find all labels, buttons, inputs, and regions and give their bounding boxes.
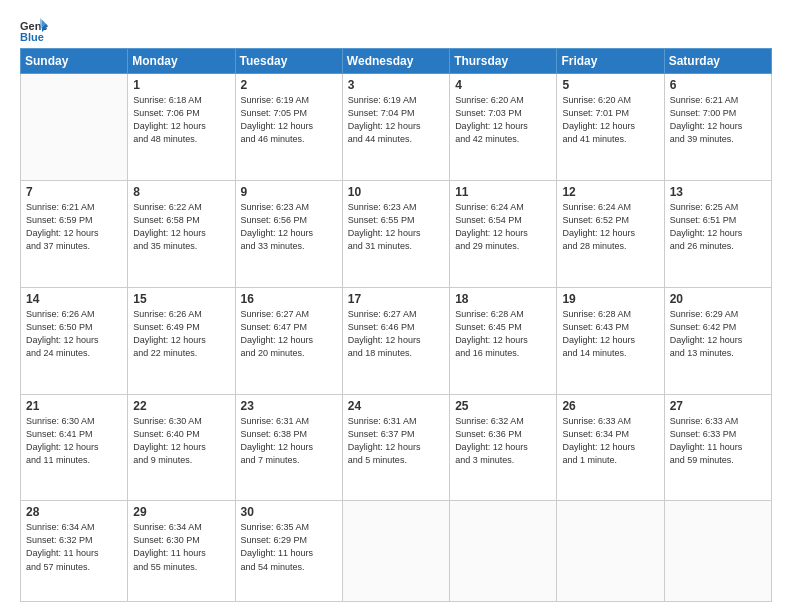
day-number: 6 <box>670 78 766 92</box>
day-cell: 24Sunrise: 6:31 AMSunset: 6:37 PMDayligh… <box>342 394 449 501</box>
day-info: Sunrise: 6:19 AMSunset: 7:04 PMDaylight:… <box>348 94 444 146</box>
day-info: Sunrise: 6:31 AMSunset: 6:38 PMDaylight:… <box>241 415 337 467</box>
day-info: Sunrise: 6:34 AMSunset: 6:32 PMDaylight:… <box>26 521 122 573</box>
day-cell: 7Sunrise: 6:21 AMSunset: 6:59 PMDaylight… <box>21 180 128 287</box>
day-info: Sunrise: 6:24 AMSunset: 6:54 PMDaylight:… <box>455 201 551 253</box>
day-info: Sunrise: 6:23 AMSunset: 6:55 PMDaylight:… <box>348 201 444 253</box>
day-number: 14 <box>26 292 122 306</box>
day-number: 29 <box>133 505 229 519</box>
day-number: 11 <box>455 185 551 199</box>
week-row-2: 14Sunrise: 6:26 AMSunset: 6:50 PMDayligh… <box>21 287 772 394</box>
day-number: 17 <box>348 292 444 306</box>
day-number: 24 <box>348 399 444 413</box>
day-number: 21 <box>26 399 122 413</box>
day-info: Sunrise: 6:21 AMSunset: 7:00 PMDaylight:… <box>670 94 766 146</box>
day-cell: 25Sunrise: 6:32 AMSunset: 6:36 PMDayligh… <box>450 394 557 501</box>
day-info: Sunrise: 6:21 AMSunset: 6:59 PMDaylight:… <box>26 201 122 253</box>
day-cell: 15Sunrise: 6:26 AMSunset: 6:49 PMDayligh… <box>128 287 235 394</box>
header: General Blue <box>20 18 772 42</box>
day-cell <box>21 74 128 181</box>
day-info: Sunrise: 6:30 AMSunset: 6:41 PMDaylight:… <box>26 415 122 467</box>
day-number: 20 <box>670 292 766 306</box>
header-cell-wednesday: Wednesday <box>342 49 449 74</box>
day-info: Sunrise: 6:26 AMSunset: 6:49 PMDaylight:… <box>133 308 229 360</box>
day-cell: 21Sunrise: 6:30 AMSunset: 6:41 PMDayligh… <box>21 394 128 501</box>
day-cell: 1Sunrise: 6:18 AMSunset: 7:06 PMDaylight… <box>128 74 235 181</box>
day-cell: 16Sunrise: 6:27 AMSunset: 6:47 PMDayligh… <box>235 287 342 394</box>
day-cell: 30Sunrise: 6:35 AMSunset: 6:29 PMDayligh… <box>235 501 342 602</box>
header-cell-thursday: Thursday <box>450 49 557 74</box>
day-info: Sunrise: 6:35 AMSunset: 6:29 PMDaylight:… <box>241 521 337 573</box>
week-row-4: 28Sunrise: 6:34 AMSunset: 6:32 PMDayligh… <box>21 501 772 602</box>
day-cell: 27Sunrise: 6:33 AMSunset: 6:33 PMDayligh… <box>664 394 771 501</box>
header-cell-saturday: Saturday <box>664 49 771 74</box>
day-info: Sunrise: 6:25 AMSunset: 6:51 PMDaylight:… <box>670 201 766 253</box>
day-number: 30 <box>241 505 337 519</box>
day-number: 10 <box>348 185 444 199</box>
day-cell: 10Sunrise: 6:23 AMSunset: 6:55 PMDayligh… <box>342 180 449 287</box>
day-number: 18 <box>455 292 551 306</box>
day-info: Sunrise: 6:31 AMSunset: 6:37 PMDaylight:… <box>348 415 444 467</box>
header-cell-sunday: Sunday <box>21 49 128 74</box>
logo: General Blue <box>20 18 52 42</box>
day-cell: 8Sunrise: 6:22 AMSunset: 6:58 PMDaylight… <box>128 180 235 287</box>
day-cell: 17Sunrise: 6:27 AMSunset: 6:46 PMDayligh… <box>342 287 449 394</box>
day-number: 8 <box>133 185 229 199</box>
day-cell: 19Sunrise: 6:28 AMSunset: 6:43 PMDayligh… <box>557 287 664 394</box>
day-cell: 2Sunrise: 6:19 AMSunset: 7:05 PMDaylight… <box>235 74 342 181</box>
day-cell: 12Sunrise: 6:24 AMSunset: 6:52 PMDayligh… <box>557 180 664 287</box>
day-cell: 28Sunrise: 6:34 AMSunset: 6:32 PMDayligh… <box>21 501 128 602</box>
calendar-body: 1Sunrise: 6:18 AMSunset: 7:06 PMDaylight… <box>21 74 772 602</box>
week-row-1: 7Sunrise: 6:21 AMSunset: 6:59 PMDaylight… <box>21 180 772 287</box>
day-number: 13 <box>670 185 766 199</box>
day-info: Sunrise: 6:22 AMSunset: 6:58 PMDaylight:… <box>133 201 229 253</box>
day-cell: 3Sunrise: 6:19 AMSunset: 7:04 PMDaylight… <box>342 74 449 181</box>
header-cell-tuesday: Tuesday <box>235 49 342 74</box>
day-number: 25 <box>455 399 551 413</box>
day-number: 22 <box>133 399 229 413</box>
day-info: Sunrise: 6:30 AMSunset: 6:40 PMDaylight:… <box>133 415 229 467</box>
day-info: Sunrise: 6:24 AMSunset: 6:52 PMDaylight:… <box>562 201 658 253</box>
day-number: 19 <box>562 292 658 306</box>
day-number: 2 <box>241 78 337 92</box>
day-cell: 22Sunrise: 6:30 AMSunset: 6:40 PMDayligh… <box>128 394 235 501</box>
logo-icon: General Blue <box>20 18 48 42</box>
day-info: Sunrise: 6:27 AMSunset: 6:47 PMDaylight:… <box>241 308 337 360</box>
calendar-table: SundayMondayTuesdayWednesdayThursdayFrid… <box>20 48 772 602</box>
day-cell: 11Sunrise: 6:24 AMSunset: 6:54 PMDayligh… <box>450 180 557 287</box>
day-info: Sunrise: 6:33 AMSunset: 6:34 PMDaylight:… <box>562 415 658 467</box>
header-row: SundayMondayTuesdayWednesdayThursdayFrid… <box>21 49 772 74</box>
day-cell <box>664 501 771 602</box>
day-number: 5 <box>562 78 658 92</box>
week-row-0: 1Sunrise: 6:18 AMSunset: 7:06 PMDaylight… <box>21 74 772 181</box>
day-number: 26 <box>562 399 658 413</box>
day-info: Sunrise: 6:34 AMSunset: 6:30 PMDaylight:… <box>133 521 229 573</box>
day-number: 28 <box>26 505 122 519</box>
day-info: Sunrise: 6:23 AMSunset: 6:56 PMDaylight:… <box>241 201 337 253</box>
day-number: 16 <box>241 292 337 306</box>
day-number: 9 <box>241 185 337 199</box>
day-info: Sunrise: 6:29 AMSunset: 6:42 PMDaylight:… <box>670 308 766 360</box>
day-cell: 5Sunrise: 6:20 AMSunset: 7:01 PMDaylight… <box>557 74 664 181</box>
calendar-header: SundayMondayTuesdayWednesdayThursdayFrid… <box>21 49 772 74</box>
day-info: Sunrise: 6:28 AMSunset: 6:43 PMDaylight:… <box>562 308 658 360</box>
day-number: 7 <box>26 185 122 199</box>
day-cell: 6Sunrise: 6:21 AMSunset: 7:00 PMDaylight… <box>664 74 771 181</box>
day-info: Sunrise: 6:26 AMSunset: 6:50 PMDaylight:… <box>26 308 122 360</box>
week-row-3: 21Sunrise: 6:30 AMSunset: 6:41 PMDayligh… <box>21 394 772 501</box>
day-cell: 23Sunrise: 6:31 AMSunset: 6:38 PMDayligh… <box>235 394 342 501</box>
page: General Blue SundayMondayTuesdayWednesda… <box>0 0 792 612</box>
day-info: Sunrise: 6:20 AMSunset: 7:01 PMDaylight:… <box>562 94 658 146</box>
day-cell <box>557 501 664 602</box>
day-info: Sunrise: 6:33 AMSunset: 6:33 PMDaylight:… <box>670 415 766 467</box>
header-cell-friday: Friday <box>557 49 664 74</box>
header-cell-monday: Monday <box>128 49 235 74</box>
day-cell: 14Sunrise: 6:26 AMSunset: 6:50 PMDayligh… <box>21 287 128 394</box>
day-number: 23 <box>241 399 337 413</box>
day-number: 12 <box>562 185 658 199</box>
day-info: Sunrise: 6:20 AMSunset: 7:03 PMDaylight:… <box>455 94 551 146</box>
day-info: Sunrise: 6:32 AMSunset: 6:36 PMDaylight:… <box>455 415 551 467</box>
day-info: Sunrise: 6:27 AMSunset: 6:46 PMDaylight:… <box>348 308 444 360</box>
day-cell <box>450 501 557 602</box>
day-cell: 4Sunrise: 6:20 AMSunset: 7:03 PMDaylight… <box>450 74 557 181</box>
